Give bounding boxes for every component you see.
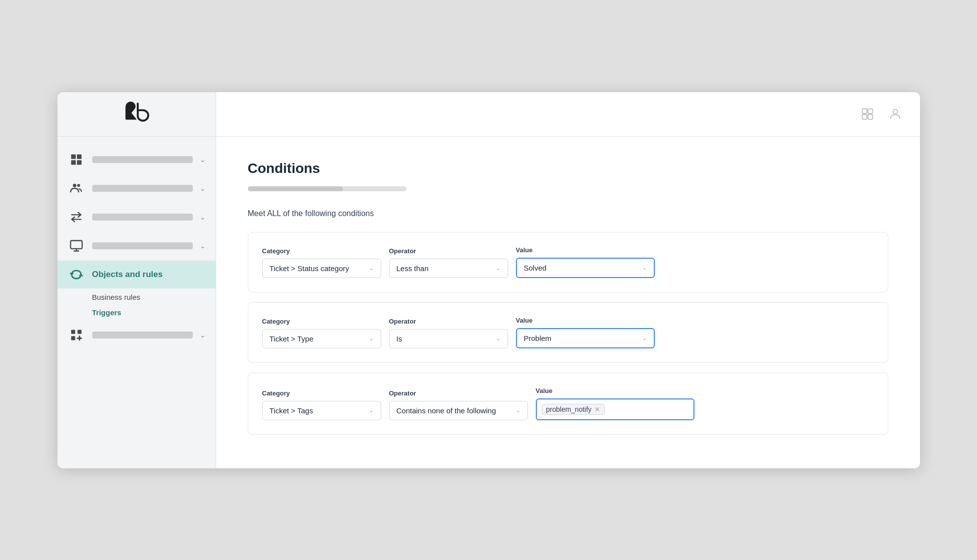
chevron-down-icon: ⌄: [369, 335, 374, 342]
condition-1-category-field: Category Ticket > Status category ⌄: [262, 247, 381, 278]
sidebar-item-label-apps: [92, 332, 193, 338]
chevron-down-icon: ⌄: [200, 213, 206, 221]
condition-3-tag-input[interactable]: problem_notify ✕: [536, 398, 694, 420]
sidebar-item-monitor[interactable]: ⌄: [57, 232, 216, 260]
progress-bar-track: [248, 186, 406, 191]
condition-2-category-label: Category: [262, 318, 381, 325]
chevron-down-icon: ⌄: [200, 156, 206, 164]
sidebar-sub-navigation: Business rules Triggers: [57, 289, 216, 320]
chevron-down-icon: ⌄: [642, 264, 647, 271]
svg-rect-13: [868, 109, 872, 113]
condition-1-operator-value: Less than: [397, 264, 492, 273]
chevron-down-icon: ⌄: [516, 407, 520, 414]
condition-3-category-field: Category Ticket > Tags ⌄: [262, 390, 381, 420]
chevron-down-icon: ⌄: [200, 331, 206, 339]
tag-label: problem_notify: [546, 405, 592, 413]
condition-1-operator-field: Operator Less than ⌄: [389, 247, 508, 278]
condition-1-category-select[interactable]: Ticket > Status category ⌄: [262, 259, 381, 278]
sidebar-item-people[interactable]: ⌄: [57, 174, 216, 202]
condition-3-category-select[interactable]: Ticket > Tags ⌄: [262, 401, 381, 420]
people-icon: [67, 179, 85, 197]
condition-2-operator-select[interactable]: Is ⌄: [389, 329, 508, 348]
svg-rect-14: [862, 114, 866, 119]
svg-rect-4: [71, 160, 75, 165]
svg-point-16: [893, 110, 897, 114]
condition-1-category-value: Ticket > Status category: [270, 264, 365, 273]
grid-view-icon[interactable]: [859, 105, 876, 123]
sidebar-item-label-objects-and-rules: Objects and rules: [92, 270, 206, 280]
sidebar-item-label-arrows: [92, 214, 193, 221]
svg-rect-15: [868, 114, 872, 119]
condition-card-1: Category Ticket > Status category ⌄ Oper…: [248, 232, 888, 292]
condition-2-category-value: Ticket > Type: [270, 335, 365, 343]
svg-rect-11: [71, 336, 75, 340]
sub-nav-business-rules: Business rules: [92, 289, 216, 305]
content-area: Conditions Meet ALL of the following con…: [216, 137, 920, 468]
condition-2-value-field: Value Problem ⌄: [516, 317, 655, 348]
condition-row-1: Category Ticket > Status category ⌄ Oper…: [262, 246, 874, 278]
condition-2-category-field: Category Ticket > Type ⌄: [262, 318, 381, 348]
sidebar-item-arrows[interactable]: ⌄: [57, 203, 216, 231]
condition-2-category-select[interactable]: Ticket > Type ⌄: [262, 329, 381, 348]
user-avatar-icon[interactable]: [886, 105, 904, 123]
condition-card-3: Category Ticket > Tags ⌄ Operator Contai…: [248, 373, 888, 435]
sidebar-item-buildings[interactable]: ⌄: [57, 146, 216, 173]
condition-2-operator-label: Operator: [389, 318, 508, 325]
tag-remove-button[interactable]: ✕: [594, 406, 600, 413]
chevron-down-icon: ⌄: [496, 335, 501, 342]
svg-rect-3: [77, 154, 81, 159]
condition-2-operator-value: Is: [397, 335, 492, 343]
condition-3-operator-field: Operator Contains none of the following …: [389, 390, 528, 420]
svg-rect-5: [77, 160, 81, 165]
sidebar-item-objects-and-rules[interactable]: Objects and rules: [57, 261, 216, 288]
svg-point-6: [73, 183, 76, 187]
sidebar: ⌄ ⌄: [57, 92, 216, 468]
conditions-subtitle: Meet ALL of the following conditions: [248, 209, 888, 218]
condition-3-operator-label: Operator: [389, 390, 528, 397]
condition-3-value-field: Value problem_notify ✕: [536, 387, 694, 420]
logo-area: [57, 92, 216, 137]
svg-rect-12: [862, 109, 866, 113]
chevron-down-icon: ⌄: [496, 265, 501, 272]
sidebar-item-label-monitor: [92, 242, 193, 249]
buildings-icon: [67, 151, 85, 168]
condition-row-3: Category Ticket > Tags ⌄ Operator Contai…: [262, 387, 874, 420]
svg-point-7: [77, 184, 80, 187]
zendesk-logo: [121, 102, 151, 126]
condition-card-2: Category Ticket > Type ⌄ Operator Is ⌄: [248, 302, 888, 363]
condition-3-category-label: Category: [262, 390, 381, 397]
condition-3-category-value: Ticket > Tags: [270, 406, 365, 415]
objects-and-rules-icon: [67, 266, 85, 283]
condition-2-value-select[interactable]: Problem ⌄: [516, 328, 655, 348]
page-title: Conditions: [248, 161, 888, 176]
tag-problem-notify: problem_notify ✕: [542, 404, 605, 415]
main-content: Conditions Meet ALL of the following con…: [216, 92, 920, 468]
condition-1-value-field: Value Solved ⌄: [516, 246, 655, 278]
sidebar-item-label-buildings: [92, 156, 193, 163]
svg-rect-10: [77, 330, 81, 334]
app-window: ⌄ ⌄: [57, 92, 920, 468]
svg-rect-2: [71, 154, 75, 159]
chevron-down-icon: ⌄: [369, 407, 374, 414]
condition-2-value-value: Problem: [524, 334, 638, 342]
monitor-icon: [67, 237, 85, 255]
sidebar-navigation: ⌄ ⌄: [57, 137, 216, 468]
svg-rect-9: [71, 330, 75, 334]
arrows-icon: [67, 208, 85, 226]
condition-3-operator-select[interactable]: Contains none of the following ⌄: [389, 401, 528, 420]
condition-1-value-select[interactable]: Solved ⌄: [516, 258, 655, 278]
condition-1-value-label: Value: [516, 246, 655, 254]
chevron-down-icon: ⌄: [642, 335, 647, 341]
condition-1-operator-label: Operator: [389, 247, 508, 255]
chevron-down-icon: ⌄: [200, 184, 206, 192]
sidebar-item-label-people: [92, 185, 193, 192]
condition-3-operator-value: Contains none of the following: [397, 406, 512, 415]
progress-bar-fill: [248, 186, 343, 191]
sidebar-item-apps[interactable]: ⌄: [57, 321, 216, 349]
condition-1-operator-select[interactable]: Less than ⌄: [389, 259, 508, 278]
svg-rect-8: [70, 240, 82, 248]
sub-nav-triggers[interactable]: Triggers: [92, 305, 216, 320]
condition-2-value-label: Value: [516, 317, 655, 324]
chevron-down-icon: ⌄: [200, 242, 206, 250]
condition-2-operator-field: Operator Is ⌄: [389, 318, 508, 348]
